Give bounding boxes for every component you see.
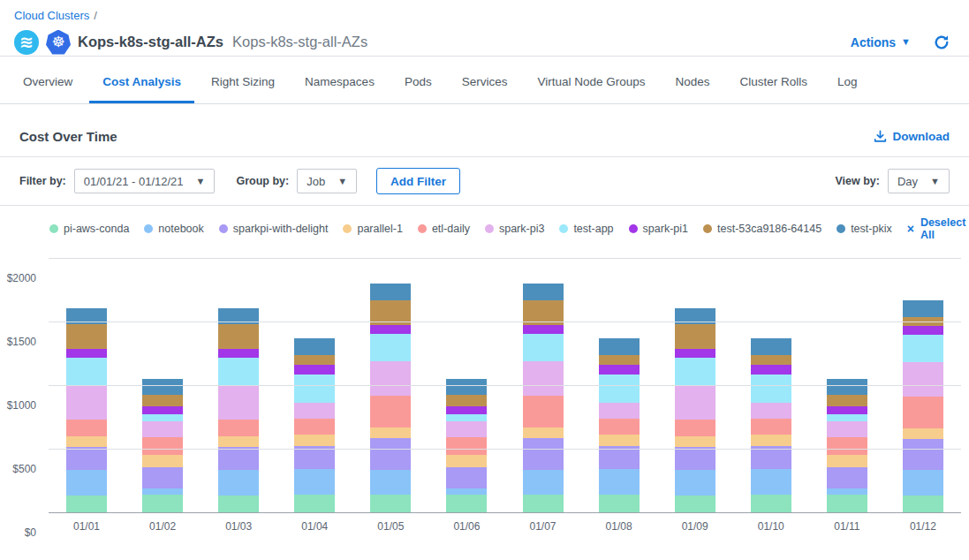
bar-segment-notebook[interactable] [446, 488, 487, 495]
bar-segment-parallel-1[interactable] [827, 455, 867, 468]
bar-segment-notebook[interactable] [142, 488, 183, 495]
bar-segment-spark-pi3[interactable] [523, 361, 564, 396]
legend-item-spark-pi1[interactable]: spark-pi1 [629, 223, 688, 235]
bar-stack-01-01[interactable] [66, 308, 107, 513]
bar-segment-test-app[interactable] [142, 414, 183, 421]
bar-segment-parallel-1[interactable] [599, 435, 640, 446]
bar-segment-pi-aws-conda[interactable] [446, 495, 487, 513]
deselect-all-button[interactable]: × Deselect All [907, 216, 966, 241]
actions-button[interactable]: Actions ▼ [851, 35, 911, 49]
bar-segment-etl-daily[interactable] [66, 420, 107, 436]
bar-segment-notebook[interactable] [675, 470, 715, 496]
bar-segment-spark-pi1[interactable] [294, 365, 335, 375]
bar-segment-test-53ca9186-64145[interactable] [827, 395, 867, 405]
legend-item-notebook[interactable]: notebook [144, 223, 203, 235]
bar-segment-sparkpi-with-delight[interactable] [142, 467, 183, 488]
refresh-icon[interactable] [934, 34, 950, 50]
bar-segment-test-pkix[interactable] [142, 379, 183, 395]
bar-segment-spark-pi1[interactable] [675, 349, 715, 358]
bar-segment-spark-pi1[interactable] [370, 325, 411, 335]
bar-segment-spark-pi3[interactable] [599, 403, 640, 419]
bar-segment-notebook[interactable] [370, 470, 411, 496]
bar-segment-sparkpi-with-delight[interactable] [599, 446, 640, 468]
bar-segment-etl-daily[interactable] [675, 420, 715, 436]
bar-stack-01-07[interactable] [523, 284, 564, 513]
tab-pods[interactable]: Pods [391, 57, 445, 103]
bar-segment-pi-aws-conda[interactable] [751, 495, 791, 513]
bar-segment-test-app[interactable] [675, 358, 715, 386]
bar-segment-pi-aws-conda[interactable] [599, 495, 640, 513]
bar-segment-test-pkix[interactable] [294, 338, 335, 355]
bar-segment-pi-aws-conda[interactable] [218, 496, 259, 513]
bar-segment-test-53ca9186-64145[interactable] [142, 395, 183, 405]
bar-segment-test-53ca9186-64145[interactable] [446, 395, 487, 405]
bar-segment-notebook[interactable] [218, 470, 259, 496]
bar-segment-parallel-1[interactable] [446, 455, 487, 468]
bar-segment-test-pkix[interactable] [446, 379, 487, 395]
bar-segment-sparkpi-with-delight[interactable] [903, 439, 943, 470]
bar-segment-spark-pi3[interactable] [370, 361, 411, 396]
bar-segment-test-app[interactable] [66, 358, 107, 386]
add-filter-button[interactable]: Add Filter [376, 168, 460, 194]
legend-item-parallel-1[interactable]: parallel-1 [343, 223, 402, 235]
bar-stack-01-11[interactable] [827, 379, 867, 513]
bar-segment-etl-daily[interactable] [218, 420, 259, 436]
bar-segment-test-53ca9186-64145[interactable] [218, 324, 259, 348]
bar-segment-parallel-1[interactable] [903, 428, 943, 439]
bar-segment-sparkpi-with-delight[interactable] [446, 467, 487, 488]
legend-item-pi-aws-conda[interactable]: pi-aws-conda [49, 223, 129, 235]
bar-stack-01-09[interactable] [675, 308, 715, 513]
bar-segment-test-app[interactable] [903, 335, 943, 362]
bar-segment-test-app[interactable] [827, 414, 867, 421]
bar-segment-etl-daily[interactable] [142, 437, 183, 454]
bar-stack-01-03[interactable] [218, 308, 259, 513]
bar-segment-sparkpi-with-delight[interactable] [370, 438, 411, 469]
tab-overview[interactable]: Overview [10, 57, 86, 103]
bar-segment-notebook[interactable] [599, 469, 640, 496]
breadcrumb-link-cloud-clusters[interactable]: Cloud Clusters [14, 9, 89, 22]
bar-segment-spark-pi3[interactable] [142, 421, 183, 437]
bar-segment-etl-daily[interactable] [903, 397, 943, 428]
bar-segment-notebook[interactable] [294, 469, 335, 496]
group-by-select[interactable]: Job ▼ [297, 169, 357, 193]
bar-segment-test-53ca9186-64145[interactable] [675, 324, 715, 348]
bar-segment-spark-pi3[interactable] [827, 421, 867, 437]
tab-virtual-node-groups[interactable]: Virtual Node Groups [524, 57, 658, 103]
bar-segment-parallel-1[interactable] [142, 455, 183, 468]
bar-segment-spark-pi1[interactable] [66, 349, 107, 358]
bar-segment-test-app[interactable] [218, 358, 259, 386]
tab-namespaces[interactable]: Namespaces [291, 57, 388, 103]
bar-segment-test-pkix[interactable] [751, 338, 791, 355]
bar-segment-test-app[interactable] [446, 414, 487, 421]
bar-segment-test-app[interactable] [599, 375, 640, 403]
bar-stack-01-02[interactable] [142, 379, 183, 513]
bar-segment-test-53ca9186-64145[interactable] [66, 324, 107, 348]
bar-stack-01-10[interactable] [751, 338, 791, 513]
bar-segment-spark-pi1[interactable] [599, 365, 640, 375]
bar-segment-spark-pi1[interactable] [218, 349, 259, 358]
bar-segment-etl-daily[interactable] [751, 419, 791, 435]
bar-segment-spark-pi3[interactable] [675, 386, 715, 420]
bar-segment-notebook[interactable] [751, 469, 791, 496]
bar-segment-test-app[interactable] [370, 334, 411, 361]
bar-segment-pi-aws-conda[interactable] [903, 496, 943, 513]
bar-segment-notebook[interactable] [66, 470, 107, 496]
bar-segment-sparkpi-with-delight[interactable] [827, 467, 867, 488]
bar-segment-sparkpi-with-delight[interactable] [294, 446, 335, 468]
bar-segment-spark-pi1[interactable] [523, 325, 564, 335]
bar-segment-sparkpi-with-delight[interactable] [751, 446, 791, 468]
bar-segment-pi-aws-conda[interactable] [142, 495, 183, 513]
bar-stack-01-08[interactable] [599, 338, 640, 513]
bar-segment-test-53ca9186-64145[interactable] [599, 355, 640, 365]
bar-segment-etl-daily[interactable] [523, 396, 564, 428]
bar-segment-sparkpi-with-delight[interactable] [218, 447, 259, 470]
bar-segment-parallel-1[interactable] [675, 436, 715, 447]
bar-segment-spark-pi3[interactable] [218, 386, 259, 420]
bar-segment-parallel-1[interactable] [523, 428, 564, 438]
bar-stack-01-06[interactable] [446, 379, 487, 513]
bar-segment-test-53ca9186-64145[interactable] [751, 355, 791, 365]
bar-segment-sparkpi-with-delight[interactable] [66, 447, 107, 470]
bar-segment-parallel-1[interactable] [294, 435, 335, 446]
bar-segment-parallel-1[interactable] [66, 436, 107, 447]
tab-right-sizing[interactable]: Right Sizing [198, 57, 288, 103]
